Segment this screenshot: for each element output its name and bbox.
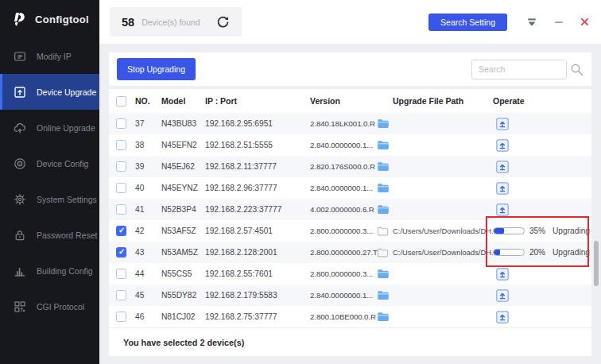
row-checkbox[interactable] [116, 183, 126, 193]
stop-upgrading-button[interactable]: Stop Upgrading [117, 58, 196, 80]
upgrade-device-button[interactable] [496, 203, 509, 216]
cell-version: 2.800.0000000.3... [310, 269, 377, 278]
table-row: 43N53AM5Z192.168.2.128:20012.800.0000000… [109, 242, 591, 263]
table-row: 38N45EFN2192.168.2.51:55552.840.0000000.… [109, 134, 591, 156]
folder-gray-icon[interactable] [377, 227, 393, 236]
building-config-icon [14, 265, 26, 277]
sidebar-item-online-upgrade[interactable]: Online Upgrade [0, 110, 99, 145]
table-row: 37N43BU83192.168.2.95:69512.840.18LK001.… [109, 113, 591, 134]
row-checkbox[interactable] [116, 204, 126, 215]
table-row: 46N81CJ02192.168.2.75:377772.800.10BE000… [109, 306, 591, 327]
online-upgrade-icon [14, 122, 26, 134]
row-checkbox[interactable] [116, 226, 126, 236]
progress-percent: 20% [529, 248, 549, 257]
sidebar-item-device-upgrade[interactable]: Device Upgrade [0, 74, 99, 110]
cell-model: N52B3P4 [161, 205, 205, 214]
table-row: 44N55CS5192.168.2.55:76012.800.0000000.3… [109, 263, 591, 285]
folder-blue-icon[interactable] [377, 183, 393, 193]
cell-no: 44 [135, 269, 161, 278]
scrollbar-thumb[interactable] [594, 241, 599, 286]
upgrade-device-button[interactable] [496, 182, 509, 195]
row-checkbox[interactable] [116, 161, 126, 172]
sidebar-item-label: CGI Protocol [37, 302, 84, 312]
folder-blue-icon[interactable] [377, 269, 393, 279]
row-checkbox[interactable] [116, 312, 126, 322]
cell-model: N45EJ62 [161, 162, 205, 171]
cell-ip-port: 192.168.2.223:37777 [205, 205, 310, 214]
cgi-protocol-icon [14, 300, 26, 313]
device-upgrade-icon [14, 86, 26, 99]
table-row: 41N52B3P4192.168.2.223:377774.002.000000… [109, 199, 591, 220]
upgrade-device-button[interactable] [496, 161, 509, 173]
search-input[interactable] [471, 60, 567, 79]
row-checkbox[interactable] [116, 140, 126, 150]
upgrade-device-button[interactable] [496, 268, 509, 281]
column-version: Version [310, 96, 393, 106]
device-table: NO. Model IP : Port Version Upgrade File… [109, 89, 591, 356]
cell-ip-port: 192.168.2.96:37777 [205, 184, 310, 192]
cell-no: 41 [135, 205, 161, 214]
folder-blue-icon[interactable] [377, 161, 393, 172]
cell-version: 2.840.18LK001.0.R [310, 119, 377, 128]
search-setting-button[interactable]: Search Setting [428, 14, 507, 31]
column-upgrade-file-path: Upgrade File Path [393, 96, 493, 106]
device-config-icon [14, 157, 26, 170]
table-body: 37N43BU83192.168.2.95:69512.840.18LK001.… [109, 113, 591, 327]
cell-model: N45EFN2 [161, 141, 205, 149]
row-checkbox[interactable] [116, 247, 126, 258]
sidebar-item-password-reset[interactable]: Password Reset [0, 217, 99, 253]
cell-ip-port: 192.168.2.95:6951 [205, 119, 310, 128]
sidebar-item-system-settings[interactable]: System Settings [0, 181, 99, 217]
app-title: Configtool [35, 14, 89, 25]
cell-model: N55CS5 [161, 269, 205, 278]
row-checkbox[interactable] [116, 118, 126, 129]
folder-gray-icon[interactable] [377, 248, 393, 258]
cell-model: N43BU83 [161, 119, 205, 128]
search-icon[interactable] [570, 63, 584, 76]
upgrade-progress-bar [493, 227, 525, 234]
upgrade-device-button[interactable] [496, 311, 509, 323]
cell-model: N81CJ02 [161, 312, 205, 321]
cell-version: 2.840.0000000.1... [310, 184, 377, 192]
row-checkbox[interactable] [116, 290, 126, 300]
upgrade-device-button[interactable] [496, 139, 509, 152]
cell-version: 2.800.10BE000.0.R [310, 312, 377, 321]
table-header: NO. Model IP : Port Version Upgrade File… [109, 89, 591, 113]
sidebar-item-device-config[interactable]: Device Config [0, 145, 99, 181]
app-logo: Configtool [0, 0, 99, 38]
sidebar-menu: IPModify IPDevice UpgradeOnline UpgradeD… [0, 38, 99, 324]
cell-no: 42 [135, 227, 161, 235]
device-count-label: Device(s) found [142, 17, 200, 27]
cell-model: N55DY82 [161, 291, 205, 300]
sidebar-item-label: Device Config [37, 159, 88, 168]
select-all-checkbox[interactable] [116, 96, 126, 106]
cell-no: 39 [135, 162, 161, 171]
sidebar-item-cgi-protocol[interactable]: CGI Protocol [0, 288, 99, 324]
cell-no: 37 [135, 119, 161, 128]
upgrade-device-button[interactable] [496, 118, 509, 130]
minimize-icon[interactable] [554, 17, 564, 27]
folder-blue-icon[interactable] [377, 290, 393, 300]
close-icon[interactable] [580, 17, 589, 26]
row-checkbox[interactable] [116, 269, 126, 279]
upgrade-status-text: Upgrading [553, 248, 590, 257]
folder-blue-icon[interactable] [377, 118, 393, 129]
folder-blue-icon[interactable] [377, 312, 393, 322]
selection-summary: You have selected 2 device(s) [109, 327, 591, 356]
cell-no: 43 [135, 248, 161, 257]
cell-ip-port: 192.168.2.57:4501 [205, 227, 310, 235]
folder-blue-icon[interactable] [377, 204, 393, 215]
sidebar-item-building-config[interactable]: Building Config [0, 253, 99, 288]
cell-ip-port: 192.168.2.55:7601 [205, 269, 310, 278]
cell-file-path: C:/Users/User/Downloads/DH... [393, 227, 493, 235]
upgrade-device-button[interactable] [496, 289, 509, 302]
sidebar-item-label: Password Reset [37, 230, 97, 240]
system-settings-icon [14, 193, 26, 206]
collapse-icon[interactable] [526, 17, 537, 28]
topbar: 58 Device(s) found Search Setting [99, 0, 601, 44]
folder-blue-icon[interactable] [377, 140, 393, 150]
refresh-icon[interactable] [216, 15, 230, 29]
selection-summary-text: You have selected 2 device(s) [123, 338, 244, 347]
sidebar-item-modify-ip[interactable]: IPModify IP [0, 38, 99, 74]
cell-model: N53AM5Z [161, 248, 205, 257]
